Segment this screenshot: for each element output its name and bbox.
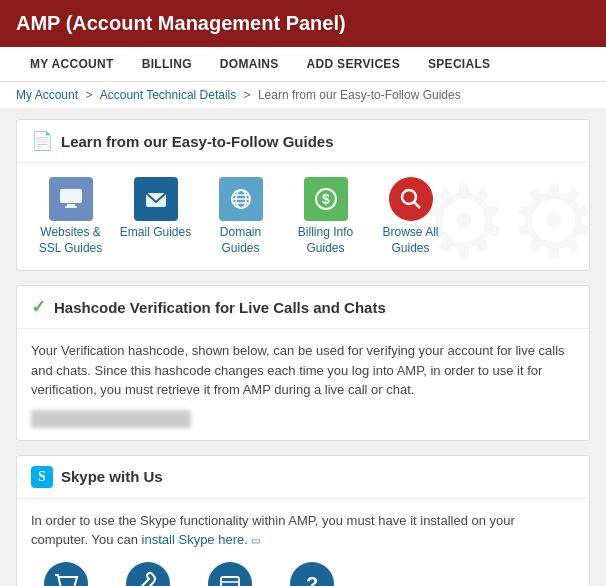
- main-nav: MY ACCOUNT BILLING DOMAINS ADD SERVICES …: [0, 47, 606, 82]
- guides-section-title: 📄 Learn from our Easy-to-Follow Guides: [17, 120, 589, 163]
- breadcrumb-sep-2: >: [244, 88, 254, 102]
- svg-line-12: [414, 202, 420, 208]
- skype-description: In order to use the Skype functionality …: [31, 511, 575, 550]
- app-title: AMP (Account Management Panel): [16, 12, 590, 35]
- guide-browse-all[interactable]: Browse All Guides: [373, 177, 448, 256]
- domain-svg: [227, 185, 255, 213]
- browse-icon: [389, 177, 433, 221]
- breadcrumb-my-account[interactable]: My Account: [16, 88, 78, 102]
- wrench-icon: [126, 562, 170, 586]
- guide-email-label: Email Guides: [120, 225, 191, 241]
- skype-install-link[interactable]: install Skype here.: [142, 532, 248, 547]
- guide-billing[interactable]: $ Billing Info Guides: [288, 177, 363, 256]
- hashcode-value: [31, 410, 191, 428]
- guide-email[interactable]: Email Guides: [118, 177, 193, 256]
- nav-domains[interactable]: DOMAINS: [206, 47, 293, 81]
- guide-domain[interactable]: Domain Guides: [203, 177, 278, 256]
- breadcrumb-account-details[interactable]: Account Technical Details: [100, 88, 237, 102]
- breadcrumb: My Account > Account Technical Details >…: [0, 82, 606, 109]
- guides-section: 📄 Learn from our Easy-to-Follow Guides W…: [16, 119, 590, 271]
- nav-billing[interactable]: BILLING: [128, 47, 206, 81]
- svg-point-11: [402, 190, 416, 204]
- monitor-svg: [57, 185, 85, 213]
- bus-icon: [208, 562, 252, 586]
- skype-support[interactable]: Support: [113, 562, 183, 586]
- check-icon: ✓: [31, 296, 46, 318]
- breadcrumb-current: Learn from our Easy-to-Follow Guides: [258, 88, 461, 102]
- hashcode-section-title: ✓ Hashcode Verification for Live Calls a…: [17, 286, 589, 329]
- skype-icons-container: Sales Support: [31, 562, 575, 586]
- svg-text:?: ?: [306, 573, 318, 586]
- guide-billing-label: Billing Info Guides: [288, 225, 363, 256]
- nav-my-account[interactable]: MY ACCOUNT: [16, 47, 128, 81]
- skype-all-other[interactable]: ? All Other Inquiries: [277, 562, 347, 586]
- svg-rect-0: [60, 189, 82, 203]
- nav-specials[interactable]: SPECIALS: [414, 47, 504, 81]
- breadcrumb-sep-1: >: [85, 88, 95, 102]
- question-icon: ?: [290, 562, 334, 586]
- skype-sales[interactable]: Sales: [31, 562, 101, 586]
- svg-rect-2: [65, 206, 77, 208]
- main-content: 📄 Learn from our Easy-to-Follow Guides W…: [0, 109, 606, 586]
- guide-websites-label: Websites & SSL Guides: [33, 225, 108, 256]
- domain-icon: [219, 177, 263, 221]
- hashcode-section: ✓ Hashcode Verification for Live Calls a…: [16, 285, 590, 441]
- guides-icons-container: Websites & SSL Guides Email Guides: [17, 163, 589, 270]
- hashcode-description: Your Verification hashcode, shown below,…: [31, 341, 575, 400]
- guide-domain-label: Domain Guides: [203, 225, 278, 256]
- billing-icon: $: [304, 177, 348, 221]
- document-icon: 📄: [31, 130, 53, 152]
- skype-section-title: S Skype with Us: [17, 456, 589, 499]
- skype-section: S Skype with Us In order to use the Skyp…: [16, 455, 590, 586]
- svg-text:$: $: [322, 191, 330, 207]
- guide-browse-label: Browse All Guides: [373, 225, 448, 256]
- external-link-icon: ▭: [251, 535, 260, 546]
- nav-add-services[interactable]: ADD SERVICES: [293, 47, 414, 81]
- billing-svg: $: [312, 185, 340, 213]
- skype-body: In order to use the Skype functionality …: [17, 499, 589, 586]
- svg-rect-1: [67, 204, 75, 206]
- app-header: AMP (Account Management Panel): [0, 0, 606, 47]
- skype-s-icon: S: [31, 466, 53, 488]
- skype-customer-service[interactable]: Customer Service: [195, 562, 265, 586]
- hashcode-body: Your Verification hashcode, shown below,…: [17, 329, 589, 440]
- monitor-icon: [49, 177, 93, 221]
- cart-icon: [44, 562, 88, 586]
- email-icon: [134, 177, 178, 221]
- browse-svg: [397, 185, 425, 213]
- email-svg: [142, 185, 170, 213]
- guide-websites-ssl[interactable]: Websites & SSL Guides: [33, 177, 108, 256]
